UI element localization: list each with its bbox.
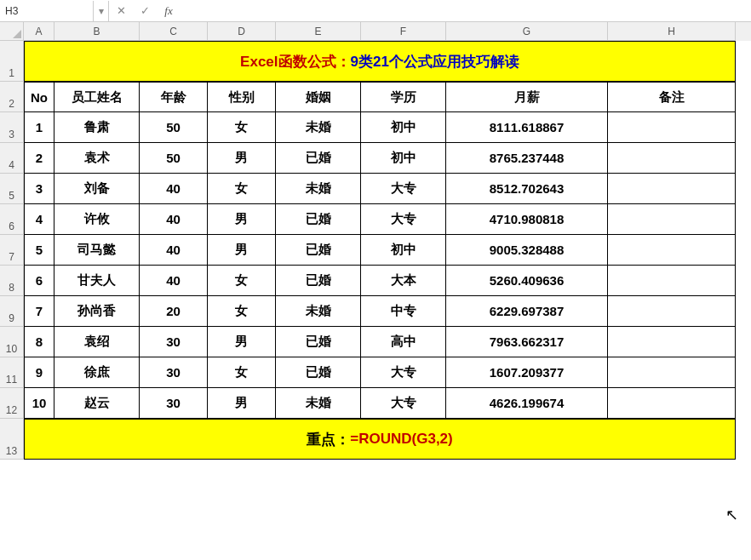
col-header-G[interactable]: G	[446, 22, 608, 41]
cell-salary[interactable]: 8111.618867	[446, 112, 608, 143]
cell-age[interactable]: 40	[140, 204, 208, 235]
cell-marital[interactable]: 已婚	[276, 266, 361, 296]
formula-input[interactable]	[181, 1, 751, 21]
cell-salary[interactable]: 6229.697387	[446, 296, 608, 327]
cell-remark[interactable]	[608, 388, 736, 419]
cell-gender[interactable]: 女	[208, 112, 276, 143]
cell-age[interactable]: 30	[140, 327, 208, 357]
col-header-H[interactable]: H	[608, 22, 736, 41]
row-header-13[interactable]: 13	[0, 419, 24, 460]
cell-education[interactable]: 大专	[361, 174, 446, 204]
cell-age[interactable]: 50	[140, 143, 208, 174]
cell-age[interactable]: 40	[140, 266, 208, 296]
select-all-corner[interactable]	[0, 22, 24, 41]
row-header-5[interactable]: 5	[0, 174, 24, 204]
cell-no[interactable]: 4	[24, 204, 54, 235]
cell-name[interactable]: 司马懿	[54, 235, 140, 266]
row-header-11[interactable]: 11	[0, 357, 24, 388]
cell-education[interactable]: 初中	[361, 143, 446, 174]
cell-education[interactable]: 大本	[361, 266, 446, 296]
cell-age[interactable]: 40	[140, 174, 208, 204]
cell-name[interactable]: 许攸	[54, 204, 140, 235]
cell-name[interactable]: 刘备	[54, 174, 140, 204]
header-salary[interactable]: 月薪	[446, 82, 608, 112]
header-marital[interactable]: 婚姻	[276, 82, 361, 112]
header-gender[interactable]: 性别	[208, 82, 276, 112]
col-header-F[interactable]: F	[361, 22, 446, 41]
name-box[interactable]: H3	[0, 1, 94, 21]
cell-no[interactable]: 2	[24, 143, 54, 174]
cell-no[interactable]: 1	[24, 112, 54, 143]
cell-salary[interactable]: 1607.209377	[446, 357, 608, 388]
cell-education[interactable]: 大专	[361, 204, 446, 235]
cell-gender[interactable]: 男	[208, 327, 276, 357]
cell-marital[interactable]: 已婚	[276, 143, 361, 174]
cell-education[interactable]: 大专	[361, 357, 446, 388]
cell-marital[interactable]: 未婚	[276, 296, 361, 327]
cell-remark[interactable]	[608, 266, 736, 296]
cell-name[interactable]: 袁绍	[54, 327, 140, 357]
cell-no[interactable]: 9	[24, 357, 54, 388]
cell-no[interactable]: 7	[24, 296, 54, 327]
header-age[interactable]: 年龄	[140, 82, 208, 112]
row-header-6[interactable]: 6	[0, 204, 24, 235]
accept-formula-icon[interactable]: ✓	[133, 1, 157, 21]
header-education[interactable]: 学历	[361, 82, 446, 112]
cell-name[interactable]: 袁术	[54, 143, 140, 174]
cell-education[interactable]: 大专	[361, 388, 446, 419]
cell-no[interactable]: 3	[24, 174, 54, 204]
cell-salary[interactable]: 8765.237448	[446, 143, 608, 174]
col-header-E[interactable]: E	[276, 22, 361, 41]
cell-no[interactable]: 5	[24, 235, 54, 266]
cell-age[interactable]: 50	[140, 112, 208, 143]
cell-gender[interactable]: 女	[208, 296, 276, 327]
cell-salary[interactable]: 4710.980818	[446, 204, 608, 235]
col-header-B[interactable]: B	[54, 22, 140, 41]
cell-marital[interactable]: 未婚	[276, 174, 361, 204]
cell-remark[interactable]	[608, 235, 736, 266]
row-header-1[interactable]: 1	[0, 41, 24, 82]
cell-education[interactable]: 高中	[361, 327, 446, 357]
row-header-2[interactable]: 2	[0, 82, 24, 112]
cell-name[interactable]: 孙尚香	[54, 296, 140, 327]
footer-cell[interactable]: 重点： =ROUND(G3,2)	[24, 419, 736, 460]
cell-marital[interactable]: 已婚	[276, 204, 361, 235]
cell-remark[interactable]	[608, 296, 736, 327]
header-name[interactable]: 员工姓名	[54, 82, 140, 112]
col-header-D[interactable]: D	[208, 22, 276, 41]
cell-age[interactable]: 20	[140, 296, 208, 327]
name-box-dropdown-icon[interactable]: ▾	[94, 1, 109, 21]
row-header-12[interactable]: 12	[0, 388, 24, 419]
cell-age[interactable]: 40	[140, 235, 208, 266]
cell-marital[interactable]: 已婚	[276, 357, 361, 388]
cell-remark[interactable]	[608, 204, 736, 235]
cell-gender[interactable]: 女	[208, 266, 276, 296]
cell-name[interactable]: 徐庶	[54, 357, 140, 388]
cell-salary[interactable]: 4626.199674	[446, 388, 608, 419]
cell-remark[interactable]	[608, 143, 736, 174]
cell-salary[interactable]: 9005.328488	[446, 235, 608, 266]
cell-gender[interactable]: 男	[208, 204, 276, 235]
cell-remark[interactable]	[608, 174, 736, 204]
header-no[interactable]: No	[24, 82, 54, 112]
cell-salary[interactable]: 7963.662317	[446, 327, 608, 357]
cell-remark[interactable]	[608, 357, 736, 388]
cell-marital[interactable]: 已婚	[276, 327, 361, 357]
row-header-10[interactable]: 10	[0, 327, 24, 357]
cell-salary[interactable]: 5260.409636	[446, 266, 608, 296]
cell-salary[interactable]: 8512.702643	[446, 174, 608, 204]
title-cell[interactable]: Excel函数公式： 9类21个公式应用技巧解读	[24, 41, 736, 82]
cell-education[interactable]: 中专	[361, 296, 446, 327]
row-header-7[interactable]: 7	[0, 235, 24, 266]
cell-name[interactable]: 甘夫人	[54, 266, 140, 296]
row-header-3[interactable]: 3	[0, 112, 24, 143]
cancel-formula-icon[interactable]: ✕	[109, 1, 133, 21]
cell-gender[interactable]: 男	[208, 388, 276, 419]
cell-no[interactable]: 10	[24, 388, 54, 419]
cell-remark[interactable]	[608, 327, 736, 357]
cell-marital[interactable]: 未婚	[276, 388, 361, 419]
cell-marital[interactable]: 未婚	[276, 112, 361, 143]
cell-education[interactable]: 初中	[361, 112, 446, 143]
row-header-8[interactable]: 8	[0, 266, 24, 296]
cell-gender[interactable]: 女	[208, 174, 276, 204]
